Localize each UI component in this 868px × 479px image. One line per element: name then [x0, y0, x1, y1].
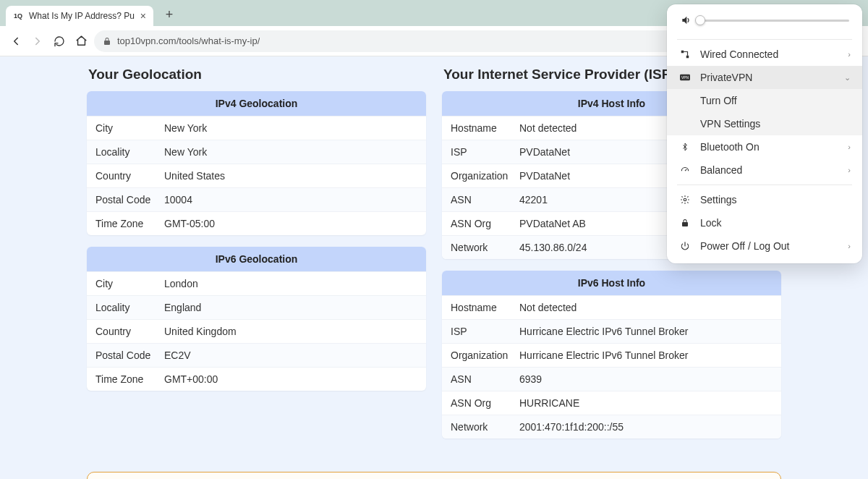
vpn-icon: VPN [678, 74, 692, 81]
table-row: ASN OrgHURRICANE [442, 391, 781, 415]
chevron-right-icon: › [848, 143, 851, 151]
ipv6-geo-card: IPv6 Geolocation CityLondon LocalityEngl… [87, 247, 426, 391]
ipv4-geo-card: IPv4 Geolocation CityNew York LocalityNe… [87, 91, 426, 235]
table-row: Network2001:470:1f1d:200::/55 [442, 415, 781, 438]
back-button[interactable] [7, 33, 25, 50]
vpn-notice: If you are using a VPN and seeing notice… [87, 472, 781, 479]
browser-tab[interactable]: 1Q What Is My IP Address? Pu × [6, 6, 153, 26]
table-row: Postal CodeEC2V [87, 343, 426, 367]
lock-icon [678, 218, 692, 228]
volume-thumb[interactable] [695, 15, 705, 25]
chevron-right-icon: › [848, 166, 851, 174]
chevron-right-icon: › [848, 242, 851, 250]
table-row: CountryUnited Kingdom [87, 319, 426, 343]
system-status-menu: Wired Connected › VPN PrivateVPN ⌄ Turn … [667, 4, 862, 263]
lock-icon [103, 37, 111, 46]
table-row: ISPHurricane Electric IPv6 Tunnel Broker [442, 319, 781, 343]
card-title: IPv4 Geolocation [87, 91, 426, 116]
favicon-icon: 1Q [13, 11, 23, 21]
menu-vpn-turn-off[interactable]: Turn Off [667, 89, 862, 112]
separator [677, 39, 852, 40]
url-text: top10vpn.com/tools/what-is-my-ip/ [117, 35, 260, 46]
table-row: ASN6939 [442, 367, 781, 391]
svg-rect-9 [681, 51, 684, 54]
table-row: Postal Code10004 [87, 187, 426, 211]
menu-vpn[interactable]: VPN PrivateVPN ⌄ [667, 66, 862, 89]
chevron-down-icon: ⌄ [844, 73, 851, 82]
menu-vpn-settings[interactable]: VPN Settings [667, 112, 862, 135]
volume-icon [680, 14, 692, 26]
new-tab-button[interactable]: + [159, 4, 179, 25]
menu-power-mode[interactable]: Balanced › [667, 158, 862, 182]
table-row: HostnameNot detected [442, 295, 781, 319]
close-tab-icon[interactable]: × [140, 10, 146, 22]
power-icon [678, 241, 692, 251]
menu-bluetooth[interactable]: Bluetooth On › [667, 135, 862, 158]
table-row: CityLondon [87, 271, 426, 295]
forward-button[interactable] [29, 33, 46, 50]
volume-slider[interactable] [700, 20, 849, 22]
menu-lock[interactable]: Lock [667, 211, 862, 234]
svg-rect-10 [686, 56, 689, 59]
menu-settings[interactable]: Settings [667, 188, 862, 211]
table-row: OrganizationHurricane Electric IPv6 Tunn… [442, 343, 781, 367]
table-row: CountryUnited States [87, 164, 426, 187]
volume-slider-row [667, 10, 862, 36]
table-row: LocalityEngland [87, 295, 426, 319]
table-row: CityNew York [87, 116, 426, 140]
gear-icon [678, 195, 692, 205]
ipv6-host-card: IPv6 Host Info HostnameNot detected ISPH… [442, 271, 781, 438]
table-row: LocalityNew York [87, 140, 426, 164]
svg-point-14 [684, 198, 686, 201]
gauge-icon [678, 165, 692, 175]
card-title: IPv6 Geolocation [87, 247, 426, 271]
menu-power-off[interactable]: Power Off / Log Out › [667, 234, 862, 258]
bluetooth-icon [678, 141, 692, 153]
card-title: IPv6 Host Info [442, 271, 781, 295]
table-row: Time ZoneGMT+00:00 [87, 367, 426, 391]
wired-icon [678, 49, 692, 59]
reload-button[interactable] [51, 33, 68, 50]
separator [677, 185, 852, 185]
chevron-right-icon: › [848, 50, 851, 59]
geolocation-heading: Your Geolocation [88, 67, 426, 82]
svg-line-13 [685, 169, 686, 171]
svg-text:VPN: VPN [681, 76, 689, 80]
home-button[interactable] [72, 33, 90, 50]
menu-wired[interactable]: Wired Connected › [667, 43, 862, 66]
table-row: Time ZoneGMT-05:00 [87, 211, 426, 235]
tab-title: What Is My IP Address? Pu [29, 11, 135, 21]
